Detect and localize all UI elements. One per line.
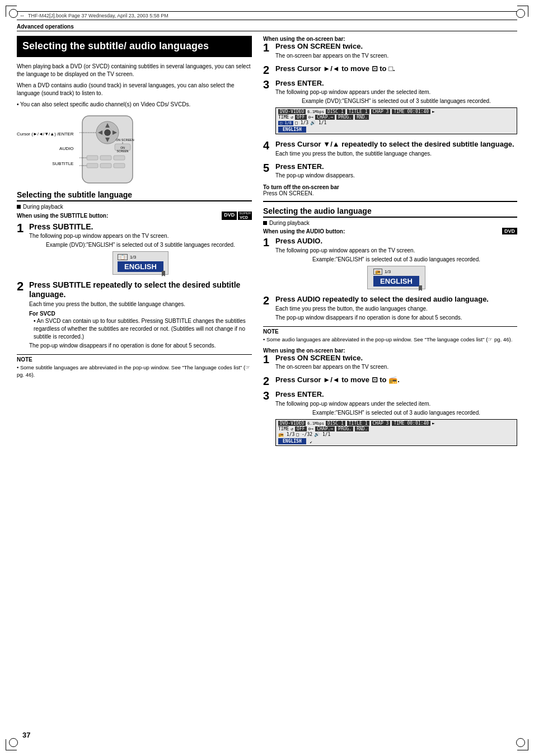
svg-point-7 (104, 129, 111, 136)
audio-section-heading: Selecting the audio language (263, 206, 517, 218)
osd-bar-subtitle: DVD-VIDEO 6.1Mbps DISC 1 TITLE 1 CHAP 3 … (275, 107, 517, 134)
onscreen-sub-step5-desc: The pop-up window disappears. (275, 172, 517, 180)
audio-label: AUDIO (17, 144, 73, 154)
step1-example: Example (DVD):"ENGLISH" is selected out … (29, 241, 252, 249)
cursor-label: Cursor (►/◄/▼/▲) /ENTER (17, 129, 73, 139)
onscreen-audio-step2: 2 Press Cursor ►/◄ to move ⊡ to 📻. (263, 375, 517, 387)
audio-step2-title: Press AUDIO repeatedly to select the des… (275, 295, 517, 304)
audio-step1-title: Press AUDIO. (275, 237, 517, 246)
title-box: Selecting the subtitle/ audio languages (17, 36, 252, 57)
onscreen-sub-step1: 1 Press ON SCREEN twice. The on-screen b… (263, 42, 517, 61)
audio-step1: 1 Press AUDIO. The following pop-up wind… (263, 237, 517, 292)
onscreen-sub-step1-title: Press ON SCREEN twice. (275, 42, 517, 51)
header-file: THF-M42[J].book Page 37 Wednesday, April… (28, 13, 168, 18)
onscreen-sub-step3-title: Press ENTER. (275, 79, 517, 88)
page-number: 37 (22, 731, 30, 739)
onscreen-sub-step4: 4 Press Cursor ▼/▲ repeatedly to select … (263, 140, 517, 159)
onscreen-sub-step3: 3 Press ENTER. The following pop-up wind… (263, 79, 517, 137)
popup-disappear-desc: The pop-up window disappears if no opera… (29, 342, 252, 350)
onscreen-audio-step1: 1 Press ON SCREEN twice. The on-screen b… (263, 354, 517, 373)
onscreen-sub-step3-example: Example (DVD):"ENGLISH" is selected out … (275, 97, 517, 105)
corner-circle-tr (516, 9, 525, 18)
intro-para2: When a DVD contains audio (sound track) … (17, 82, 252, 97)
corner-circle-tl (9, 9, 18, 18)
onscreen-sub-step4-title: Press Cursor ▼/▲ repeatedly to select th… (275, 140, 517, 149)
onscreen-sub-step5-title: Press ENTER. (275, 162, 517, 171)
onscreen-audio-step3-title: Press ENTER. (275, 390, 517, 399)
audio-step2-desc2: The pop-up window disappears if no opera… (275, 314, 517, 322)
onscreen-audio-step3-example: Example:"ENGLISH" is selected out of 3 a… (275, 409, 517, 417)
onscreen-audio-step1-title: Press ON SCREEN twice. (275, 354, 517, 363)
audio-step2: 2 Press AUDIO repeatedly to select the d… (263, 295, 517, 323)
when-audio-label: When using the AUDIO button: (263, 228, 345, 234)
onscreen-bar-subtitle-label: When using the on-screen bar: (263, 36, 517, 42)
step1-num: 1 (17, 222, 24, 234)
onscreen-bar-audio-label: When using the on-screen bar: (263, 348, 517, 354)
svg-text:ON SCREEN: ON SCREEN (116, 138, 134, 142)
svcd-label: For SVCD (29, 311, 252, 317)
onscreen-audio-step2-title: Press Cursor ►/◄ to move ⊡ to 📻. (275, 375, 517, 384)
page-title: Selecting the subtitle/ audio languages (22, 40, 246, 53)
corner-circle-br (516, 738, 525, 747)
during-playback-label: During playback (17, 204, 252, 210)
onscreen-audio-step3-desc1: The following pop-up window appears unde… (275, 400, 517, 408)
svg-rect-14 (87, 163, 98, 168)
turn-off-section: To turn off the on-screen bar Press ON S… (263, 184, 517, 196)
section-label: Advanced operations (17, 24, 517, 31)
svg-rect-12 (100, 156, 111, 160)
step1-desc: The following pop-up window appears on t… (29, 232, 252, 240)
vcd-badge: VCD (238, 215, 252, 220)
onscreen-sub-step2: 2 Press Cursor ►/◄ to move ⊡ to □. (263, 64, 517, 76)
when-subtitle-label: When using the SUBTITLE button: (17, 213, 108, 219)
svg-rect-11 (87, 156, 98, 160)
step2-num: 2 (17, 280, 24, 293)
step2-title: Press SUBTITLE repeatedly to select the … (29, 280, 252, 299)
header-bar: ↔ THF-M42[J].book Page 37 Wednesday, Apr… (17, 11, 517, 20)
corner-circle-bl (9, 738, 18, 747)
intro-bullet: • You can also select specific audio cha… (17, 101, 252, 109)
dvd-badge: DVD (222, 212, 237, 220)
onscreen-sub-step2-title: Press Cursor ►/◄ to move ⊡ to □. (275, 64, 517, 73)
step2-desc: Each time you press the button, the subt… (29, 300, 252, 308)
intro-para1: When playing back a DVD (or SVCD) contai… (17, 63, 252, 78)
subtitle-step1: 1 Press SUBTITLE. The following pop-up w… (17, 222, 252, 278)
subtitle-step2: 2 Press SUBTITLE repeatedly to select th… (17, 280, 252, 351)
audio-step1-desc: The following pop-up window appears on t… (275, 247, 517, 255)
svg-rect-16 (114, 163, 125, 168)
svg-text:SCREEN: SCREEN (117, 149, 129, 153)
svcd-desc: • An SVCD can contain up to four subtitl… (34, 317, 252, 341)
onscreen-sub-step1-desc: The on-screen bar appears on the TV scre… (275, 52, 517, 60)
dvd-badge-audio: DVD (502, 228, 517, 234)
audio-step1-example: Example:"ENGLISH" is selected out of 3 a… (275, 256, 517, 264)
remote-diagram: ON SCREEN ON SCREEN (77, 113, 138, 186)
audio-during-playback: During playback (263, 220, 517, 226)
audio-note: NOTE • Some audio languages are abbrevia… (263, 326, 517, 343)
onscreen-sub-step5: 5 Press ENTER. The pop-up window disappe… (263, 162, 517, 181)
audio-step2-desc1: Each time you press the button, the audi… (275, 305, 517, 313)
onscreen-audio-step3: 3 Press ENTER. The following pop-up wind… (263, 390, 517, 448)
svg-rect-13 (114, 156, 125, 160)
osd-bar-audio: DVD-VIDEO 6.1Mbps DISC 1 TITLE 1 CHAP 3 … (275, 419, 517, 446)
onscreen-sub-step4-desc: Each time you press the button, the subt… (275, 150, 517, 158)
subtitle-label: SUBTITLE (17, 159, 73, 169)
onscreen-sub-step3-desc1: The following pop-up window appears unde… (275, 88, 517, 96)
svg-rect-15 (100, 163, 111, 168)
step1-title: Press SUBTITLE. (29, 222, 252, 232)
subtitle-section-heading: Selecting the subtitle language (17, 190, 252, 201)
subtitle-note: NOTE • Some subtitle languages are abbre… (17, 354, 252, 379)
onscreen-audio-step1-desc: The on-screen bar appears on the TV scre… (275, 363, 517, 371)
